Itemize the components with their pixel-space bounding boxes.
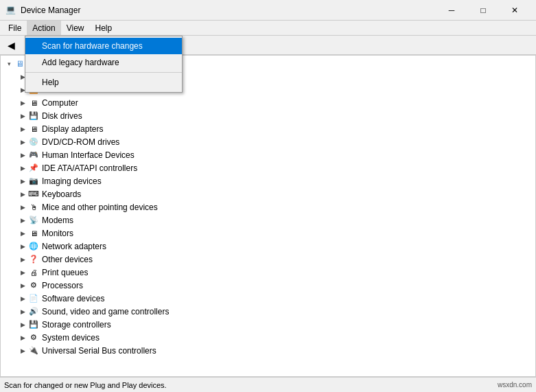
tree-item-disk-drives[interactable]: ▶ 💾 Disk drives (1, 109, 535, 122)
dropdown-item-3[interactable]: Help (25, 74, 182, 91)
label-human-interface-devices: Human Interface Devices (42, 150, 135, 160)
toggle-computer[interactable]: ▶ (17, 97, 28, 108)
status-text: Scan for changed or new Plug and Play de… (4, 381, 498, 389)
dropdown-item-0[interactable]: Scan for hardware changes (25, 38, 182, 54)
menu-help[interactable]: Help (90, 21, 118, 35)
label-computer: Computer (42, 98, 78, 108)
app-icon: 💻 (5, 5, 16, 16)
icon-network-adapters: 🌐 (28, 241, 39, 252)
tree-item-mice-and-other-pointing-devices[interactable]: ▶ 🖱 Mice and other pointing devices (1, 200, 535, 214)
label-processors: Processors (42, 281, 83, 290)
tree-item-system-devices[interactable]: ▶ ⚙ System devices (1, 331, 535, 344)
title-bar: 💻 Device Manager ─ □ ✕ (0, 0, 536, 21)
toggle-mice-and-other-pointing-devices[interactable]: ▶ (17, 202, 28, 213)
icon-storage-controllers: 💾 (28, 319, 39, 330)
icon-dvd-cd-rom-drives: 💿 (28, 137, 39, 148)
tree-item-universal-serial-bus-controllers[interactable]: ▶ 🔌 Universal Serial Bus controllers (1, 344, 535, 357)
toggle-modems[interactable]: ▶ (17, 215, 28, 226)
icon-ide-ata-atapi-controllers: 📌 (28, 163, 39, 174)
toolbar-back-button[interactable]: ◀ (3, 38, 19, 53)
icon-processors: ⚙ (28, 280, 39, 291)
toggle-network-adapters[interactable]: ▶ (17, 241, 28, 252)
icon-universal-serial-bus-controllers: 🔌 (28, 345, 39, 356)
icon-mice-and-other-pointing-devices: 🖱 (28, 202, 39, 213)
icon-imaging-devices: 📷 (28, 176, 39, 187)
label-display-adapters: Display adapters (42, 124, 103, 134)
tree-item-sound-video-game-controllers[interactable]: ▶ 🔊 Sound, video and game controllers (1, 305, 535, 318)
status-bar: Scan for changed or new Plug and Play de… (0, 377, 536, 392)
menu-view[interactable]: View (61, 21, 90, 35)
label-software-devices: Software devices (42, 294, 104, 303)
status-right: wsxdn.com (498, 381, 532, 389)
tree-item-processors[interactable]: ▶ ⚙ Processors (1, 279, 535, 292)
root-toggle[interactable]: ▾ (3, 58, 14, 69)
icon-monitors: 🖥 (28, 228, 39, 239)
label-network-adapters: Network adapters (42, 242, 106, 251)
label-imaging-devices: Imaging devices (42, 176, 102, 186)
dropdown-separator-2 (25, 72, 182, 73)
icon-disk-drives: 💾 (28, 111, 39, 122)
toggle-universal-serial-bus-controllers[interactable]: ▶ (17, 345, 28, 356)
toggle-disk-drives[interactable]: ▶ (17, 111, 28, 122)
icon-computer: 🖥 (28, 97, 39, 108)
close-button[interactable]: ✕ (499, 0, 531, 21)
toggle-sound-video-game-controllers[interactable]: ▶ (17, 306, 28, 317)
label-system-devices: System devices (42, 333, 100, 343)
toggle-software-devices[interactable]: ▶ (17, 293, 28, 304)
toggle-display-adapters[interactable]: ▶ (17, 124, 28, 135)
toggle-print-queues[interactable]: ▶ (17, 267, 28, 278)
tree-item-human-interface-devices[interactable]: ▶ 🎮 Human Interface Devices (1, 148, 535, 161)
toggle-imaging-devices[interactable]: ▶ (17, 176, 28, 187)
label-ide-ata-atapi-controllers: IDE ATA/ATAPI controllers (42, 163, 137, 173)
tree-item-print-queues[interactable]: ▶ 🖨 Print queues (1, 266, 535, 279)
label-keyboards: Keyboards (42, 189, 81, 199)
icon-modems: 📡 (28, 215, 39, 226)
main-content[interactable]: ▾ 🖥 DESKTOP-ABC123 ▶ 🔋 Batteries ▶ 📶 Blu… (0, 55, 536, 377)
window-title: Device Manager (21, 5, 436, 15)
toggle-keyboards[interactable]: ▶ (17, 189, 28, 200)
icon-keyboards: ⌨ (28, 189, 39, 200)
tree-item-storage-controllers[interactable]: ▶ 💾 Storage controllers (1, 318, 535, 331)
tree-item-computer[interactable]: ▶ 🖥 Computer (1, 96, 535, 109)
label-monitors: Monitors (42, 229, 73, 238)
label-print-queues: Print queues (42, 268, 88, 277)
window-controls: ─ □ ✕ (436, 0, 531, 21)
menu-file[interactable]: File (3, 21, 27, 35)
label-storage-controllers: Storage controllers (42, 320, 111, 330)
device-tree: ▾ 🖥 DESKTOP-ABC123 ▶ 🔋 Batteries ▶ 📶 Blu… (1, 56, 535, 358)
action-dropdown-menu: Scan for hardware changesAdd legacy hard… (25, 36, 183, 93)
toggle-processors[interactable]: ▶ (17, 280, 28, 291)
tree-item-other-devices[interactable]: ▶ ❓ Other devices (1, 253, 535, 266)
toggle-human-interface-devices[interactable]: ▶ (17, 150, 28, 161)
toggle-other-devices[interactable]: ▶ (17, 254, 28, 265)
minimize-button[interactable]: ─ (436, 0, 467, 21)
label-dvd-cd-rom-drives: DVD/CD-ROM drives (42, 137, 119, 147)
tree-item-software-devices[interactable]: ▶ 📄 Software devices (1, 292, 535, 305)
tree-item-ide-ata-atapi-controllers[interactable]: ▶ 📌 IDE ATA/ATAPI controllers (1, 161, 535, 174)
icon-sound-video-game-controllers: 🔊 (28, 306, 39, 317)
tree-item-modems[interactable]: ▶ 📡 Modems (1, 214, 535, 227)
label-modems: Modems (42, 216, 73, 225)
tree-item-dvd-cd-rom-drives[interactable]: ▶ 💿 DVD/CD-ROM drives (1, 135, 535, 148)
icon-display-adapters: 🖥 (28, 124, 39, 135)
icon-human-interface-devices: 🎮 (28, 150, 39, 161)
toggle-ide-ata-atapi-controllers[interactable]: ▶ (17, 163, 28, 174)
toggle-system-devices[interactable]: ▶ (17, 332, 28, 343)
maximize-button[interactable]: □ (467, 0, 499, 21)
menu-action[interactable]: Action (27, 21, 60, 35)
dropdown-item-1[interactable]: Add legacy hardware (25, 54, 182, 71)
label-universal-serial-bus-controllers: Universal Serial Bus controllers (42, 346, 156, 356)
label-other-devices: Other devices (42, 255, 93, 264)
tree-item-display-adapters[interactable]: ▶ 🖥 Display adapters (1, 122, 535, 135)
icon-other-devices: ❓ (28, 254, 39, 265)
tree-item-imaging-devices[interactable]: ▶ 📷 Imaging devices (1, 174, 535, 187)
tree-item-network-adapters[interactable]: ▶ 🌐 Network adapters (1, 240, 535, 253)
toggle-dvd-cd-rom-drives[interactable]: ▶ (17, 137, 28, 148)
toggle-storage-controllers[interactable]: ▶ (17, 319, 28, 330)
label-mice-and-other-pointing-devices: Mice and other pointing devices (42, 203, 158, 212)
toggle-monitors[interactable]: ▶ (17, 228, 28, 239)
root-icon: 🖥 (14, 58, 25, 69)
tree-item-keyboards[interactable]: ▶ ⌨ Keyboards (1, 187, 535, 200)
tree-item-monitors[interactable]: ▶ 🖥 Monitors (1, 227, 535, 240)
device-category-list: ▶ 🔋 Batteries ▶ 📶 Bluetooth ▶ 🖥 Computer… (1, 70, 535, 357)
